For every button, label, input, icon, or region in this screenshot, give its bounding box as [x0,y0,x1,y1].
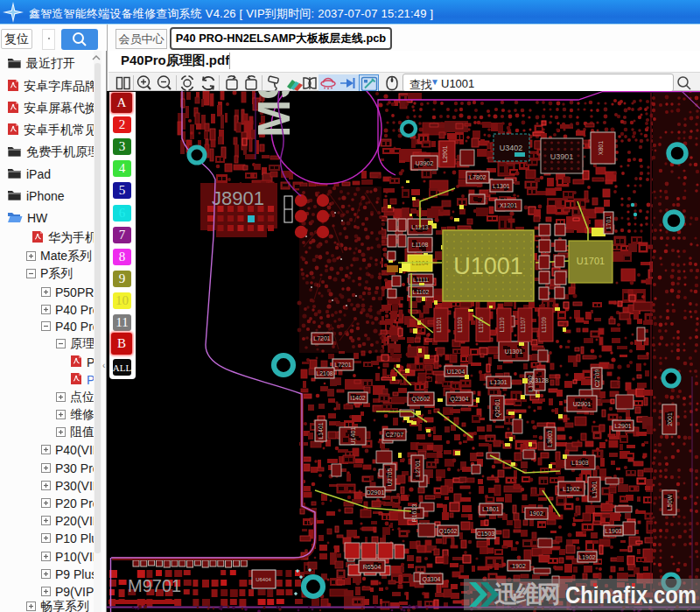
svg-text:1902: 1902 [512,563,526,569]
svg-text:U1001: U1001 [453,253,523,279]
svg-text:U1701: U1701 [577,256,605,266]
svg-text:C3128: C3128 [530,377,549,383]
svg-text:U6404: U6404 [256,577,271,582]
svg-text:U2901: U2901 [573,401,592,407]
svg-text:L1301: L1301 [493,183,510,189]
svg-text:L1901: L1901 [592,481,598,498]
svg-text:2001: 2001 [667,412,673,426]
svg-text:D2901: D2901 [367,489,385,496]
svg-text:L7201: L7201 [313,335,331,341]
svg-text:Q2501: Q2501 [494,398,501,417]
svg-text:L1110: L1110 [499,317,505,332]
svg-text:L1902: L1902 [578,554,596,560]
svg-text:C2707: C2707 [386,432,404,438]
svg-text:C2709: C2709 [594,369,600,388]
svg-text:Q1602: Q1602 [438,528,457,535]
svg-text:X1201: X1201 [500,202,517,208]
svg-text:J8901: J8901 [212,187,264,209]
svg-text:U3402: U3402 [500,144,523,152]
svg-text:L50W: L50W [667,494,673,510]
svg-text:U2705: U2705 [387,468,393,487]
svg-text:L2108: L2108 [316,370,333,376]
svg-text:R6504: R6504 [363,564,382,570]
svg-text:L1301: L1301 [490,379,508,385]
svg-text:L2901: L2901 [442,145,448,163]
svg-text:U3901: U3901 [550,152,574,161]
svg-text:L1103: L1103 [457,317,463,333]
svg-text:L1902: L1902 [563,486,580,492]
svg-text:L2901: L2901 [614,423,632,429]
svg-text:U3902: U3902 [416,160,434,166]
svg-text:L7201: L7201 [334,362,352,368]
svg-text:M9: M9 [248,91,299,137]
svg-text:U1301: U1301 [505,348,523,355]
svg-text:Q2304: Q2304 [450,396,468,403]
svg-text:L1903: L1903 [605,528,622,534]
svg-text:L1801: L1801 [482,506,500,512]
svg-text:L1101: L1101 [436,317,442,333]
svg-text:L7802: L7802 [469,174,486,180]
svg-text:M9701: M9701 [128,576,181,595]
svg-text:X801: X801 [598,141,604,155]
svg-text:L1102: L1102 [413,289,430,295]
svg-text:L3803: L3803 [547,430,553,447]
svg-text:U1401: U1401 [350,427,356,446]
svg-text:1701: 1701 [606,216,612,230]
svg-text:I1402: I1402 [350,395,366,401]
svg-text:R1613: R1613 [411,504,417,523]
svg-text:L1903: L1903 [571,460,589,466]
svg-text:L1109: L1109 [541,317,547,333]
svg-text:L2701: L2701 [415,460,421,477]
svg-text:Chinafix.com: Chinafix.com [565,581,696,608]
svg-text:Q3304: Q3304 [422,576,440,583]
svg-text:迅维网: 迅维网 [494,581,561,608]
svg-text:L1401: L1401 [318,422,324,440]
svg-text:1902: 1902 [529,510,543,517]
svg-text:L1108: L1108 [412,242,429,248]
svg-text:L1111: L1111 [413,277,429,283]
svg-text:L1107: L1107 [520,317,526,333]
svg-text:C1503: C1503 [477,531,495,537]
svg-text:Q2602: Q2602 [411,396,430,403]
svg-text:U1204: U1204 [447,369,466,375]
